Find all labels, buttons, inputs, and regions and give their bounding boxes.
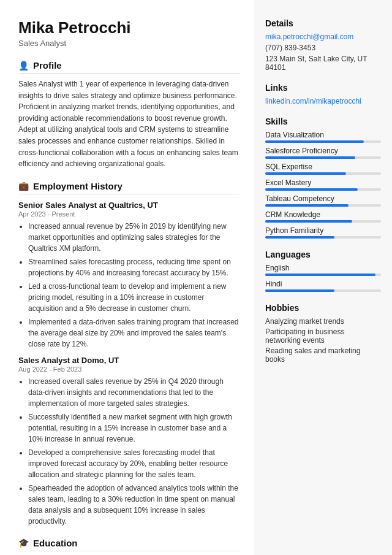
linkedin-link[interactable]: linkedin.com/in/mikapetrocchi xyxy=(265,97,381,105)
lang-bar-fill xyxy=(265,274,375,276)
skill-name: Salesforce Proficiency xyxy=(265,147,381,155)
skill-bar-fill xyxy=(265,156,355,159)
lang-name: Hindi xyxy=(265,280,381,288)
bullet: Increased annual revenue by 25% in 2019 … xyxy=(28,221,239,254)
skill-name: CRM Knowledge xyxy=(265,210,381,219)
skill-bar-fill xyxy=(265,172,346,175)
hobbies-section: Hobbies Analyzing market trendsParticipa… xyxy=(265,303,381,364)
bullet: Spearheaded the adoption of advanced ana… xyxy=(28,483,239,527)
skill-row-3: Excel Mastery xyxy=(265,178,381,191)
profile-icon: 👤 xyxy=(18,61,29,71)
job-0-bullets: Increased annual revenue by 25% in 2019 … xyxy=(18,221,239,350)
skill-bar-bg xyxy=(265,140,381,143)
skill-row-0: Data Visualization xyxy=(265,131,381,143)
skill-bar-bg xyxy=(265,156,381,159)
skill-bar-bg xyxy=(265,188,381,191)
lang-bar-fill xyxy=(265,289,334,292)
languages-section: Languages English Hindi xyxy=(265,250,381,292)
bullet: Developed a comprehensive sales forecast… xyxy=(28,447,239,480)
candidate-name: Mika Petrocchi xyxy=(18,18,239,37)
profile-section: 👤 Profile Sales Analyst with 1 year of e… xyxy=(18,60,239,170)
lang-bar-bg xyxy=(265,274,381,276)
email-link[interactable]: mika.petrocchi@gmail.com xyxy=(265,33,381,41)
lang-name: English xyxy=(265,264,381,272)
employment-header: 💼 Employment History xyxy=(18,181,239,194)
skill-row-6: Python Familiarity xyxy=(265,226,381,239)
address: 123 Main St, Salt Lake City, UT 84101 xyxy=(265,55,381,72)
profile-text: Sales Analyst with 1 year of experience … xyxy=(18,78,239,170)
bullet: Led a cross-functional team to develop a… xyxy=(28,281,239,314)
skills-section: Skills Data Visualization Salesforce Pro… xyxy=(265,117,381,239)
skill-bar-fill xyxy=(265,220,352,223)
details-section: Details mika.petrocchi@gmail.com (707) 8… xyxy=(265,18,381,72)
skill-bar-bg xyxy=(265,204,381,207)
bullet: Successfully identified a new market seg… xyxy=(28,411,239,445)
job-1-bullets: Increased overall sales revenue by 25% i… xyxy=(18,376,239,527)
skill-name: Excel Mastery xyxy=(265,178,381,187)
skill-bar-fill xyxy=(265,236,334,239)
skill-bar-fill xyxy=(265,204,349,207)
skill-row-1: Salesforce Proficiency xyxy=(265,147,381,159)
skill-row-2: SQL Expertise xyxy=(265,163,381,175)
education-section: 🎓 Education Bachelor of Business Adminis… xyxy=(18,538,239,555)
skill-bar-fill xyxy=(265,140,364,143)
skill-bar-bg xyxy=(265,172,381,175)
phone-number: (707) 839-3453 xyxy=(265,44,381,52)
skill-name: Tableau Competency xyxy=(265,194,381,203)
education-icon: 🎓 xyxy=(18,538,29,548)
skill-bar-fill xyxy=(265,188,358,191)
skill-row-5: CRM Knowledge xyxy=(265,210,381,223)
employment-icon: 💼 xyxy=(18,181,29,191)
employment-section: 💼 Employment History Senior Sales Analys… xyxy=(18,181,239,527)
bullet: Implemented a data-driven sales training… xyxy=(28,316,239,350)
links-section: Links linkedin.com/in/mikapetrocchi xyxy=(265,83,381,105)
education-header: 🎓 Education xyxy=(18,538,239,551)
job-0: Senior Sales Analyst at Qualtrics, UT Ap… xyxy=(18,201,239,350)
skill-bar-bg xyxy=(265,236,381,239)
bullet: Streamlined sales forecasting process, r… xyxy=(28,256,239,278)
skill-name: Data Visualization xyxy=(265,131,381,139)
hobby-item-1: Participating in business networking eve… xyxy=(265,327,381,345)
job-1: Sales Analyst at Domo, UT Aug 2022 - Feb… xyxy=(18,356,239,527)
lang-row-1: Hindi xyxy=(265,280,381,292)
skill-bar-bg xyxy=(265,220,381,223)
profile-header: 👤 Profile xyxy=(18,60,239,74)
hobby-item-2: Reading sales and marketing books xyxy=(265,346,381,364)
skill-name: SQL Expertise xyxy=(265,163,381,171)
hobby-item-0: Analyzing market trends xyxy=(265,317,381,326)
candidate-title: Sales Analyst xyxy=(18,39,239,48)
skill-row-4: Tableau Competency xyxy=(265,194,381,207)
skill-name: Python Familiarity xyxy=(265,226,381,235)
bullet: Increased overall sales revenue by 25% i… xyxy=(28,376,239,409)
lang-bar-bg xyxy=(265,289,381,292)
lang-row-0: English xyxy=(265,264,381,276)
